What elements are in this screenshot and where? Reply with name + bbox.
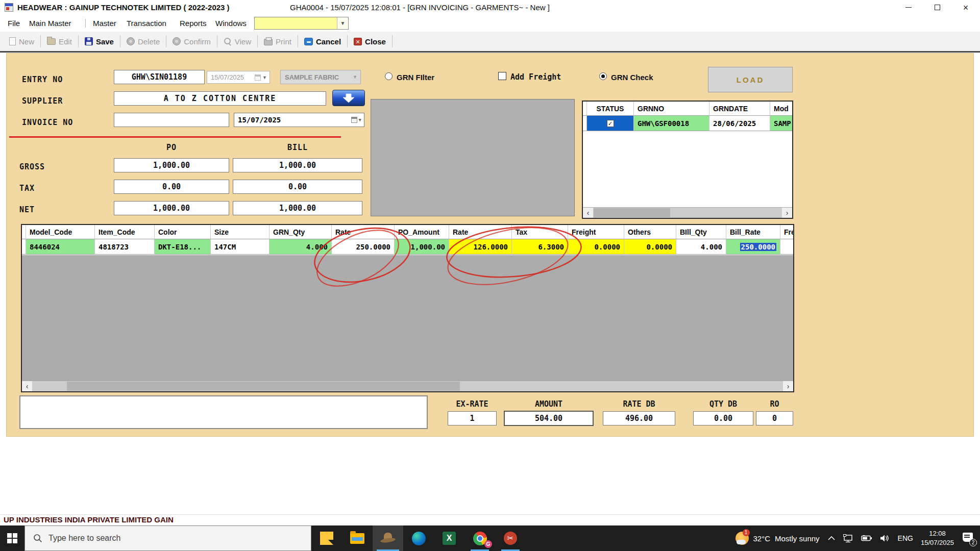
grn-header-grndate[interactable]: GRNDATE <box>709 102 770 116</box>
col-color[interactable]: Color <box>155 225 211 239</box>
col-size[interactable]: Size <box>211 225 270 239</box>
rate-db-input[interactable]: 496.00 <box>603 411 675 425</box>
menu-file[interactable]: File <box>8 15 20 32</box>
ro-input[interactable]: 0 <box>756 411 793 425</box>
grn-grndate-cell[interactable]: 28/06/2025 <box>709 116 770 131</box>
amount-input[interactable]: 504.00 <box>504 411 594 426</box>
cell-item-code[interactable]: 4818723 <box>95 239 155 255</box>
language-indicator[interactable]: ENG <box>898 534 913 542</box>
grn-grnno-cell[interactable]: GHW\GSF00018 <box>634 116 709 131</box>
view-button[interactable]: View <box>218 34 256 49</box>
clock[interactable]: 12:08 15/07/2025 <box>921 529 954 547</box>
edit-button[interactable]: Edit <box>42 34 77 49</box>
grn-header-grnno[interactable]: GRNNO <box>634 102 709 116</box>
qty-db-input[interactable]: 0.00 <box>693 411 753 425</box>
col-item-code[interactable]: Item_Code <box>95 225 155 239</box>
scroll-left-icon[interactable]: ‹ <box>22 381 32 391</box>
cell-bill-rate[interactable]: 250.0000 <box>726 239 780 255</box>
chrome-icon[interactable]: G <box>464 525 495 551</box>
cell-bill-qty[interactable]: 4.000 <box>676 239 726 255</box>
print-button[interactable]: Print <box>259 34 297 49</box>
gross-po-input[interactable]: 1,000.00 <box>114 158 229 172</box>
col-rate[interactable]: Rate <box>332 225 395 239</box>
remarks-box[interactable] <box>19 395 428 429</box>
net-bill-input[interactable]: 1,000.00 <box>233 201 362 215</box>
tray-chevron-up-icon[interactable] <box>827 536 836 541</box>
grn-model-cell[interactable]: SAMP <box>770 116 792 131</box>
confirm-button[interactable]: Confirm <box>167 34 216 49</box>
grn-header-status[interactable]: STATUS <box>587 102 634 116</box>
save-button[interactable]: Save <box>80 34 119 49</box>
col-bill-rate[interactable]: Bill_Rate <box>726 225 780 239</box>
scroll-left-icon[interactable]: ‹ <box>583 208 593 218</box>
tax-bill-input[interactable]: 0.00 <box>233 180 362 194</box>
supplier-input[interactable]: A TO Z COTTON CENTRE <box>114 91 326 106</box>
tax-po-input[interactable]: 0.00 <box>114 180 229 194</box>
cell-model-code[interactable]: 8446024 <box>26 239 95 255</box>
cell-size[interactable]: 147CM <box>211 239 270 255</box>
notification-center-icon[interactable]: 2 <box>962 533 975 544</box>
cell-bill-rate-calc[interactable]: 126.0000 <box>449 239 512 255</box>
cell-rate[interactable]: 250.0000 <box>332 239 395 255</box>
menu-windows[interactable]: Windows <box>215 15 247 32</box>
delete-button[interactable]: Delete <box>121 34 165 49</box>
cell-po-amount[interactable]: 1,000.00 <box>395 239 449 255</box>
battery-icon[interactable] <box>861 535 872 541</box>
edge-icon[interactable] <box>403 525 434 551</box>
load-button[interactable]: LOAD <box>708 67 793 92</box>
menu-transaction[interactable]: Transaction <box>127 15 166 32</box>
cell-grn-qty[interactable]: 4.000 <box>270 239 332 255</box>
start-button[interactable] <box>0 525 24 551</box>
cell-tax[interactable]: 6.3000 <box>512 239 568 255</box>
menu-reports[interactable]: Reports <box>180 15 207 32</box>
scroll-right-icon[interactable]: › <box>783 381 793 391</box>
weather-widget[interactable]: 1 32°C Mostly sunny <box>736 532 820 545</box>
network-icon[interactable] <box>843 534 853 543</box>
supplier-lookup-button[interactable] <box>332 90 365 106</box>
grn-header-model[interactable]: Mod <box>770 102 792 116</box>
detail-grid-row[interactable]: 8446024 4818723 DKT-E18... 147CM 4.000 2… <box>22 239 793 255</box>
col-freight[interactable]: Freight <box>568 225 624 239</box>
taskbar-search[interactable]: Type here to search <box>24 525 311 551</box>
col-bill-rate-calc[interactable]: Rate <box>449 225 512 239</box>
invoice-date-picker[interactable]: 15/07/2025 ▼ <box>234 113 364 127</box>
grn-status-cell[interactable] <box>587 116 634 131</box>
minimize-button[interactable] <box>894 0 923 15</box>
grn-list-hscrollbar[interactable]: ‹ › <box>583 207 792 218</box>
file-explorer-icon[interactable] <box>342 525 373 551</box>
col-bill-qty[interactable]: BIll_Qty <box>676 225 726 239</box>
grn-list-row[interactable]: GHW\GSF00018 28/06/2025 SAMP <box>583 116 792 131</box>
snipping-tool-icon[interactable]: ✂ <box>495 525 526 551</box>
gross-bill-input[interactable]: 1,000.00 <box>233 158 362 172</box>
scroll-right-icon[interactable]: › <box>782 208 792 218</box>
cell-freight[interactable]: 0.0000 <box>568 239 624 255</box>
quick-select-combo[interactable]: ▼ <box>254 17 349 30</box>
entry-no-input[interactable]: GHW\SIN01189 <box>114 70 205 84</box>
maximize-button[interactable] <box>923 0 951 15</box>
invoice-no-input[interactable] <box>114 113 229 127</box>
cell-others[interactable]: 0.0000 <box>624 239 676 255</box>
checked-checkbox-icon[interactable] <box>607 120 614 127</box>
col-model-code[interactable]: Model_Code <box>26 225 95 239</box>
detail-grid-hscrollbar[interactable]: ‹ › <box>22 381 793 391</box>
cell-color[interactable]: DKT-E18... <box>155 239 211 255</box>
menu-main-master[interactable]: Main Master <box>29 15 71 32</box>
col-po-amount[interactable]: PO_Amount <box>395 225 449 239</box>
new-button[interactable]: New <box>4 34 39 49</box>
sticky-notes-icon[interactable] <box>311 525 342 551</box>
speaker-icon[interactable] <box>880 534 890 542</box>
headwear-app-icon[interactable] <box>373 525 403 551</box>
col-fre[interactable]: Fre <box>780 225 793 239</box>
close-button[interactable]: × <box>951 0 980 15</box>
excel-icon[interactable]: X <box>434 525 464 551</box>
col-others[interactable]: Others <box>624 225 676 239</box>
ex-rate-input[interactable]: 1 <box>448 411 497 425</box>
grn-check-radio[interactable] <box>599 72 607 80</box>
net-po-input[interactable]: 1,000.00 <box>114 201 229 215</box>
cancel-button[interactable]: Cancel <box>299 34 346 49</box>
col-tax[interactable]: Tax <box>512 225 568 239</box>
add-freight-checkbox[interactable] <box>498 72 506 80</box>
close-form-button[interactable]: ✕Close <box>349 34 391 49</box>
col-grn-qty[interactable]: GRN_Qty <box>270 225 332 239</box>
grn-filter-radio[interactable] <box>385 72 393 80</box>
